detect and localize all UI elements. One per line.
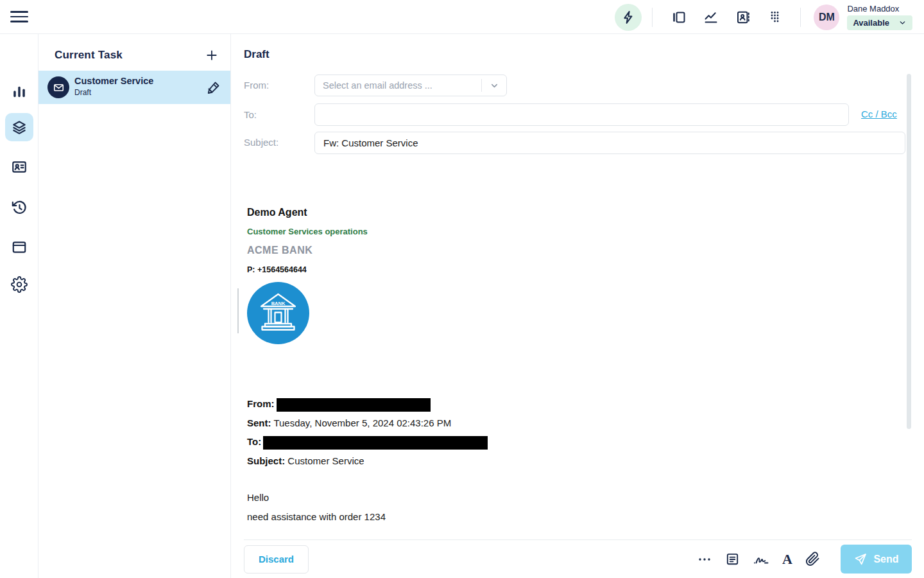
font-format-button[interactable]: A	[781, 550, 794, 568]
redacted-to-address	[263, 436, 488, 450]
rail-item-history[interactable]	[5, 193, 33, 222]
plus-icon	[205, 49, 218, 62]
panels-icon	[671, 10, 687, 25]
current-task-panel: Current Task Customer Service Draft	[38, 34, 231, 578]
list-template-icon	[725, 552, 740, 566]
quick-actions-button[interactable]	[615, 4, 642, 31]
contacts-button[interactable]	[735, 10, 751, 25]
redacted-from-address	[277, 398, 431, 412]
cc-bcc-link[interactable]: Cc / Bcc	[861, 109, 897, 119]
more-options-button[interactable]	[696, 550, 714, 568]
bank-logo-label: BANK	[271, 301, 286, 306]
rail-item-settings[interactable]	[5, 270, 33, 299]
quoted-subject-row: Subject: Customer Service	[247, 451, 889, 471]
compose-pane: Draft From: Select an email address ... …	[231, 34, 924, 578]
gear-icon	[11, 276, 28, 293]
text-caret	[237, 288, 239, 333]
body-line: Hello	[247, 488, 889, 507]
from-address-select[interactable]: Select an email address ...	[314, 74, 507, 96]
dialpad-button[interactable]	[767, 10, 782, 25]
discard-button[interactable]: Discard	[244, 545, 309, 574]
from-label: From:	[244, 80, 269, 91]
envelope-icon	[53, 82, 65, 94]
compose-title: Draft	[244, 48, 270, 61]
from-placeholder: Select an email address ...	[315, 80, 481, 91]
chevron-down-icon	[898, 19, 907, 27]
bank-logo: BANK	[247, 282, 309, 344]
task-panel-header: Current Task	[38, 34, 230, 69]
font-icon: A	[782, 552, 792, 567]
footer-icon-group: A Send	[696, 545, 912, 574]
quoted-headers: From: Sent: Tuesday, November 5, 2024 02…	[247, 394, 889, 470]
signature-phone: P: +1564564644	[247, 265, 889, 275]
task-panel-title: Current Task	[55, 49, 123, 62]
quoted-from-row: From:	[247, 394, 889, 414]
task-avatar	[47, 76, 69, 98]
rail-item-browser[interactable]	[5, 233, 33, 261]
user-avatar[interactable]: DM	[814, 4, 839, 30]
template-button[interactable]	[724, 550, 741, 568]
vertical-scrollbar[interactable]	[907, 74, 911, 429]
bar-chart-icon	[11, 83, 28, 100]
browser-window-icon	[11, 239, 28, 256]
task-list-item[interactable]: Customer Service Draft	[38, 71, 230, 104]
subject-label: Subject:	[244, 137, 278, 148]
quoted-from-label: From:	[247, 398, 275, 409]
rail-item-analytics[interactable]	[5, 78, 33, 106]
paperclip-icon	[805, 552, 820, 566]
quoted-subject-value: Customer Service	[285, 455, 364, 466]
top-bar: DM Dane Maddox Available	[0, 0, 924, 34]
email-body-editor[interactable]: Demo Agent Customer Services operations …	[247, 206, 889, 526]
subject-input[interactable]	[314, 132, 905, 154]
email-body-text: Hello need assistance with order 1234	[247, 488, 889, 526]
lightning-icon	[620, 10, 636, 25]
rail-item-tasks[interactable]	[5, 113, 33, 141]
add-task-button[interactable]	[203, 47, 220, 64]
pen-edit-icon	[206, 80, 221, 95]
quoted-sent-row: Sent: Tuesday, November 5, 2024 02:43:26…	[247, 414, 889, 433]
topbar-divider	[652, 8, 653, 27]
compose-footer-toolbar: Discard A	[244, 539, 912, 578]
signature-company: ACME BANK	[247, 244, 889, 257]
availability-label: Available	[853, 18, 889, 28]
rail-item-contacts[interactable]	[5, 153, 33, 181]
layers-icon	[11, 119, 28, 136]
app-window: DM Dane Maddox Available	[0, 0, 924, 578]
app-rail	[0, 34, 38, 578]
analytics-button[interactable]	[703, 10, 719, 25]
send-button[interactable]: Send	[841, 545, 912, 574]
user-name: Dane Maddox	[847, 4, 912, 13]
quoted-sent-label: Sent:	[247, 417, 271, 428]
dialpad-icon	[767, 10, 782, 25]
menu-hamburger-button[interactable]	[10, 9, 28, 24]
signature-department: Customer Services operations	[247, 227, 889, 237]
send-label: Send	[873, 554, 898, 565]
address-book-icon	[735, 10, 751, 25]
signature-icon	[753, 552, 769, 567]
quoted-to-label: To:	[247, 436, 261, 447]
paper-plane-icon	[853, 552, 867, 566]
body-line: need assistance with order 1234	[247, 507, 889, 527]
topbar-divider	[800, 8, 801, 27]
signature-name: Demo Agent	[247, 206, 889, 219]
to-label: To:	[244, 109, 257, 120]
signature-button[interactable]	[751, 550, 771, 568]
side-panel-button[interactable]	[671, 10, 687, 25]
user-block: Dane Maddox Available	[847, 4, 912, 30]
quoted-to-row: To:	[247, 432, 889, 451]
availability-dropdown[interactable]: Available	[847, 15, 912, 30]
task-texts: Customer Service Draft	[74, 76, 153, 97]
to-input[interactable]	[314, 103, 849, 126]
task-subtitle: Draft	[74, 88, 153, 97]
quoted-sent-value: Tuesday, November 5, 2024 02:43:26 PM	[271, 417, 452, 428]
attach-file-button[interactable]	[804, 550, 821, 568]
topbar-right-cluster: DM Dane Maddox Available	[615, 0, 912, 34]
line-chart-icon	[703, 10, 719, 25]
quoted-subject-label: Subject:	[247, 455, 285, 466]
history-icon	[11, 199, 28, 216]
contact-card-icon	[11, 159, 28, 175]
task-title: Customer Service	[74, 76, 153, 86]
ellipsis-icon	[697, 552, 712, 567]
chevron-down-icon	[482, 81, 506, 91]
edit-draft-button[interactable]	[206, 80, 221, 95]
